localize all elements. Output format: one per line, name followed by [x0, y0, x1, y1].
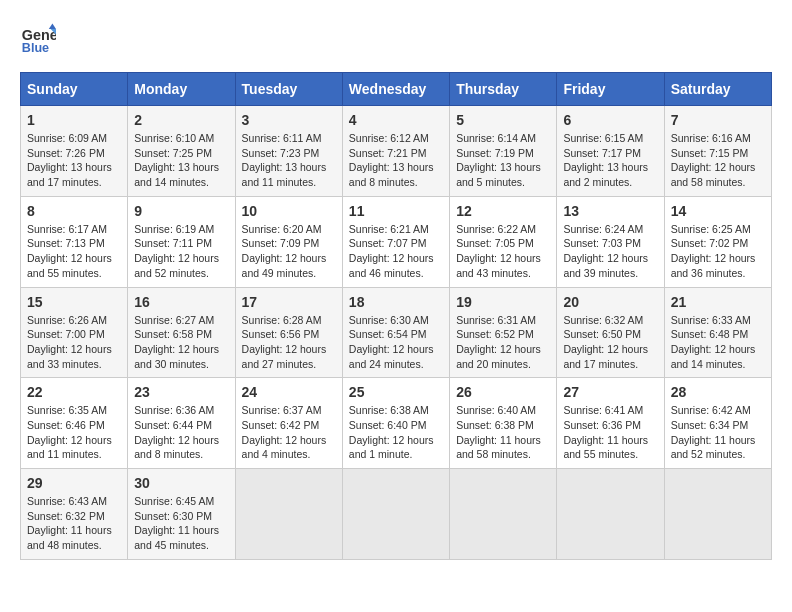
header-cell-tuesday: Tuesday [235, 73, 342, 106]
day-info: Sunrise: 6:11 AMSunset: 7:23 PMDaylight:… [242, 132, 327, 188]
day-cell: 30Sunrise: 6:45 AMSunset: 6:30 PMDayligh… [128, 469, 235, 560]
day-info: Sunrise: 6:36 AMSunset: 6:44 PMDaylight:… [134, 404, 219, 460]
week-row-4: 22Sunrise: 6:35 AMSunset: 6:46 PMDayligh… [21, 378, 772, 469]
day-info: Sunrise: 6:37 AMSunset: 6:42 PMDaylight:… [242, 404, 327, 460]
day-info: Sunrise: 6:27 AMSunset: 6:58 PMDaylight:… [134, 314, 219, 370]
header-cell-sunday: Sunday [21, 73, 128, 106]
day-cell: 6Sunrise: 6:15 AMSunset: 7:17 PMDaylight… [557, 106, 664, 197]
day-cell: 14Sunrise: 6:25 AMSunset: 7:02 PMDayligh… [664, 196, 771, 287]
day-cell: 26Sunrise: 6:40 AMSunset: 6:38 PMDayligh… [450, 378, 557, 469]
day-number: 1 [27, 112, 121, 128]
day-number: 18 [349, 294, 443, 310]
day-info: Sunrise: 6:35 AMSunset: 6:46 PMDaylight:… [27, 404, 112, 460]
day-cell: 1Sunrise: 6:09 AMSunset: 7:26 PMDaylight… [21, 106, 128, 197]
calendar-header: SundayMondayTuesdayWednesdayThursdayFrid… [21, 73, 772, 106]
day-number: 16 [134, 294, 228, 310]
day-number: 21 [671, 294, 765, 310]
header-cell-friday: Friday [557, 73, 664, 106]
day-number: 29 [27, 475, 121, 491]
header-cell-saturday: Saturday [664, 73, 771, 106]
day-cell: 23Sunrise: 6:36 AMSunset: 6:44 PMDayligh… [128, 378, 235, 469]
day-number: 14 [671, 203, 765, 219]
day-info: Sunrise: 6:12 AMSunset: 7:21 PMDaylight:… [349, 132, 434, 188]
day-number: 27 [563, 384, 657, 400]
day-number: 30 [134, 475, 228, 491]
day-cell: 2Sunrise: 6:10 AMSunset: 7:25 PMDaylight… [128, 106, 235, 197]
day-number: 17 [242, 294, 336, 310]
day-info: Sunrise: 6:26 AMSunset: 7:00 PMDaylight:… [27, 314, 112, 370]
day-info: Sunrise: 6:32 AMSunset: 6:50 PMDaylight:… [563, 314, 648, 370]
svg-text:Blue: Blue [22, 41, 49, 55]
day-cell: 13Sunrise: 6:24 AMSunset: 7:03 PMDayligh… [557, 196, 664, 287]
day-number: 26 [456, 384, 550, 400]
day-cell: 21Sunrise: 6:33 AMSunset: 6:48 PMDayligh… [664, 287, 771, 378]
day-number: 22 [27, 384, 121, 400]
day-info: Sunrise: 6:43 AMSunset: 6:32 PMDaylight:… [27, 495, 112, 551]
day-cell [235, 469, 342, 560]
day-number: 28 [671, 384, 765, 400]
day-number: 24 [242, 384, 336, 400]
day-number: 20 [563, 294, 657, 310]
header-row: SundayMondayTuesdayWednesdayThursdayFrid… [21, 73, 772, 106]
day-info: Sunrise: 6:21 AMSunset: 7:07 PMDaylight:… [349, 223, 434, 279]
day-number: 19 [456, 294, 550, 310]
day-info: Sunrise: 6:14 AMSunset: 7:19 PMDaylight:… [456, 132, 541, 188]
day-number: 4 [349, 112, 443, 128]
day-info: Sunrise: 6:41 AMSunset: 6:36 PMDaylight:… [563, 404, 648, 460]
day-number: 10 [242, 203, 336, 219]
day-info: Sunrise: 6:31 AMSunset: 6:52 PMDaylight:… [456, 314, 541, 370]
day-cell: 12Sunrise: 6:22 AMSunset: 7:05 PMDayligh… [450, 196, 557, 287]
day-info: Sunrise: 6:42 AMSunset: 6:34 PMDaylight:… [671, 404, 756, 460]
day-info: Sunrise: 6:19 AMSunset: 7:11 PMDaylight:… [134, 223, 219, 279]
header-cell-wednesday: Wednesday [342, 73, 449, 106]
day-cell: 11Sunrise: 6:21 AMSunset: 7:07 PMDayligh… [342, 196, 449, 287]
day-number: 12 [456, 203, 550, 219]
week-row-5: 29Sunrise: 6:43 AMSunset: 6:32 PMDayligh… [21, 469, 772, 560]
day-info: Sunrise: 6:40 AMSunset: 6:38 PMDaylight:… [456, 404, 541, 460]
week-row-3: 15Sunrise: 6:26 AMSunset: 7:00 PMDayligh… [21, 287, 772, 378]
day-cell [664, 469, 771, 560]
day-info: Sunrise: 6:20 AMSunset: 7:09 PMDaylight:… [242, 223, 327, 279]
calendar-body: 1Sunrise: 6:09 AMSunset: 7:26 PMDaylight… [21, 106, 772, 560]
day-cell: 28Sunrise: 6:42 AMSunset: 6:34 PMDayligh… [664, 378, 771, 469]
day-number: 13 [563, 203, 657, 219]
day-cell: 4Sunrise: 6:12 AMSunset: 7:21 PMDaylight… [342, 106, 449, 197]
day-number: 11 [349, 203, 443, 219]
logo: General Blue [20, 20, 62, 56]
day-cell: 7Sunrise: 6:16 AMSunset: 7:15 PMDaylight… [664, 106, 771, 197]
day-cell: 15Sunrise: 6:26 AMSunset: 7:00 PMDayligh… [21, 287, 128, 378]
day-cell: 3Sunrise: 6:11 AMSunset: 7:23 PMDaylight… [235, 106, 342, 197]
day-cell: 5Sunrise: 6:14 AMSunset: 7:19 PMDaylight… [450, 106, 557, 197]
day-number: 8 [27, 203, 121, 219]
day-number: 15 [27, 294, 121, 310]
day-info: Sunrise: 6:10 AMSunset: 7:25 PMDaylight:… [134, 132, 219, 188]
day-cell: 27Sunrise: 6:41 AMSunset: 6:36 PMDayligh… [557, 378, 664, 469]
header-cell-monday: Monday [128, 73, 235, 106]
page-header: General Blue [20, 20, 772, 56]
day-info: Sunrise: 6:15 AMSunset: 7:17 PMDaylight:… [563, 132, 648, 188]
day-number: 23 [134, 384, 228, 400]
day-number: 2 [134, 112, 228, 128]
day-cell: 25Sunrise: 6:38 AMSunset: 6:40 PMDayligh… [342, 378, 449, 469]
day-cell: 9Sunrise: 6:19 AMSunset: 7:11 PMDaylight… [128, 196, 235, 287]
day-info: Sunrise: 6:09 AMSunset: 7:26 PMDaylight:… [27, 132, 112, 188]
week-row-1: 1Sunrise: 6:09 AMSunset: 7:26 PMDaylight… [21, 106, 772, 197]
day-info: Sunrise: 6:28 AMSunset: 6:56 PMDaylight:… [242, 314, 327, 370]
day-cell: 29Sunrise: 6:43 AMSunset: 6:32 PMDayligh… [21, 469, 128, 560]
day-cell [450, 469, 557, 560]
day-cell: 17Sunrise: 6:28 AMSunset: 6:56 PMDayligh… [235, 287, 342, 378]
day-cell: 10Sunrise: 6:20 AMSunset: 7:09 PMDayligh… [235, 196, 342, 287]
day-number: 6 [563, 112, 657, 128]
day-cell: 18Sunrise: 6:30 AMSunset: 6:54 PMDayligh… [342, 287, 449, 378]
day-number: 9 [134, 203, 228, 219]
day-info: Sunrise: 6:38 AMSunset: 6:40 PMDaylight:… [349, 404, 434, 460]
day-cell: 16Sunrise: 6:27 AMSunset: 6:58 PMDayligh… [128, 287, 235, 378]
day-cell: 8Sunrise: 6:17 AMSunset: 7:13 PMDaylight… [21, 196, 128, 287]
day-number: 3 [242, 112, 336, 128]
header-cell-thursday: Thursday [450, 73, 557, 106]
day-cell: 19Sunrise: 6:31 AMSunset: 6:52 PMDayligh… [450, 287, 557, 378]
day-cell: 20Sunrise: 6:32 AMSunset: 6:50 PMDayligh… [557, 287, 664, 378]
day-info: Sunrise: 6:33 AMSunset: 6:48 PMDaylight:… [671, 314, 756, 370]
day-number: 5 [456, 112, 550, 128]
day-info: Sunrise: 6:16 AMSunset: 7:15 PMDaylight:… [671, 132, 756, 188]
